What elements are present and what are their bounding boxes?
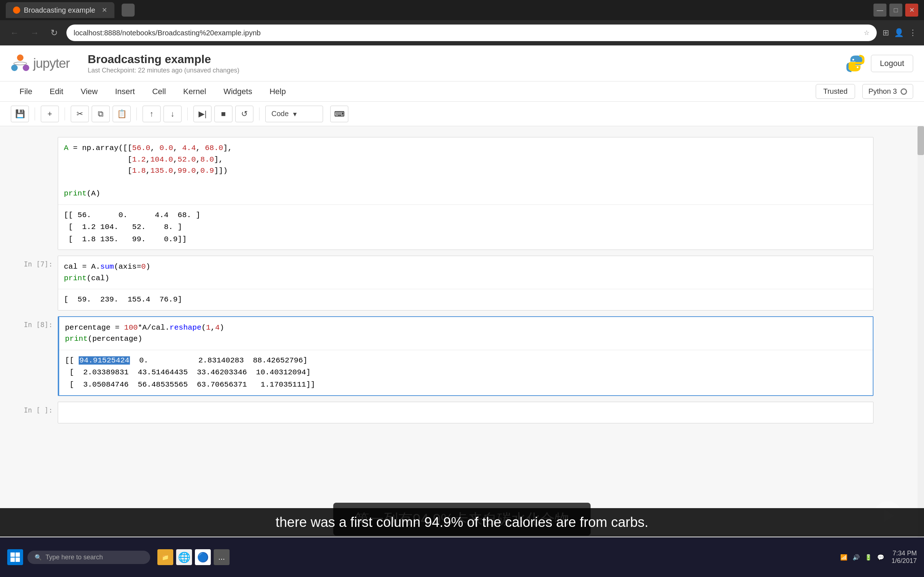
cell-type-chevron: ▾ — [293, 110, 297, 118]
svg-rect-6 — [10, 558, 15, 562]
kernel-status-icon — [901, 89, 907, 95]
cell-type-label: Code — [271, 110, 289, 118]
cell-array: A = np.array([[56.0, 0.0, 4.4, 68.0], [1… — [0, 137, 902, 251]
svg-rect-4 — [10, 553, 15, 557]
cell-7: In [7]: cal = A.sum(axis=0) print(cal) [… — [0, 256, 902, 311]
taskbar-app-chrome[interactable]: 🌐 — [176, 549, 192, 565]
logout-button[interactable]: Logout — [871, 55, 913, 72]
browser-tab-active[interactable]: Broadcasting example ✕ — [6, 2, 115, 18]
move-up-button[interactable]: ↑ — [142, 106, 161, 122]
taskbar-clock: 7:34 PM 1/6/2017 — [892, 550, 917, 565]
menu-widgets[interactable]: Widgets — [215, 82, 261, 102]
taskbar: 🔍 Type here to search 📁 🌐 🔵 ... 📶 🔊 🔋 💬 … — [0, 537, 924, 577]
separator-3 — [136, 108, 137, 121]
menu-insert[interactable]: Insert — [107, 82, 144, 102]
profile-icon: 👤 — [894, 28, 904, 37]
restart-button[interactable]: ↺ — [235, 106, 254, 122]
minimize-button[interactable]: — — [874, 3, 887, 16]
cell-8-content: percentage = 100*A/cal.reshape(1,4) prin… — [58, 316, 874, 397]
cut-button[interactable]: ✂ — [71, 106, 89, 122]
tab-title: Broadcasting example — [24, 6, 95, 15]
stop-button[interactable]: ■ — [215, 106, 233, 122]
svg-point-2 — [23, 64, 29, 71]
keyboard-shortcut-button[interactable]: ⌨ — [330, 106, 348, 122]
menu-cell[interactable]: Cell — [144, 82, 175, 102]
extensions-icon: ⊞ — [882, 28, 889, 37]
scrollbar-thumb[interactable] — [918, 126, 924, 155]
tab-close-button[interactable]: ✕ — [102, 6, 107, 14]
browser-chrome: Broadcasting example ✕ — □ ✕ ← → ↻ local… — [0, 0, 924, 45]
svg-point-3 — [14, 62, 27, 65]
taskbar-app-jupyter[interactable]: 🔵 — [195, 549, 211, 565]
move-down-button[interactable]: ↓ — [163, 106, 181, 122]
cell-8-code[interactable]: percentage = 100*A/cal.reshape(1,4) prin… — [58, 316, 874, 396]
paste-button[interactable]: 📋 — [113, 106, 131, 122]
taskbar-app-explorer[interactable]: 📁 — [157, 549, 173, 565]
taskbar-date-text: 1/6/2017 — [892, 557, 917, 565]
cell-array-code[interactable]: A = np.array([[56.0, 0.0, 4.4, 68.0], [1… — [58, 137, 874, 250]
menu-view[interactable]: View — [72, 82, 106, 102]
system-tray-icons: 📶 🔊 🔋 💬 — [840, 554, 884, 561]
save-button[interactable]: 💾 — [11, 106, 29, 122]
browser-tab-new[interactable] — [122, 3, 135, 16]
menu-help[interactable]: Help — [261, 82, 294, 102]
cell-array-margin — [0, 137, 58, 251]
menu-file[interactable]: File — [11, 82, 41, 102]
cell-7-output: [ 59. 239. 155.4 76.9] — [58, 289, 873, 310]
address-bar[interactable]: localhost:8888/notebooks/Broadcasting%20… — [66, 24, 877, 41]
taskbar-search-box[interactable]: 🔍 Type here to search — [27, 551, 150, 564]
python-logo-icon — [846, 54, 865, 73]
trusted-button[interactable]: Trusted — [816, 84, 855, 99]
close-button[interactable]: ✕ — [905, 3, 918, 16]
cell-array-content: A = np.array([[56.0, 0.0, 4.4, 68.0], [1… — [58, 137, 874, 251]
svg-rect-7 — [16, 558, 20, 562]
cell-7-margin: In [7]: — [0, 256, 58, 311]
browser-right-icons: ⊞ 👤 ⋮ — [882, 28, 917, 37]
back-button[interactable]: ← — [7, 26, 22, 39]
cell-array-input: A = np.array([[56.0, 0.0, 4.4, 68.0], [1… — [58, 137, 873, 205]
forward-button[interactable]: → — [27, 26, 42, 39]
separator-2 — [65, 108, 65, 121]
url-text: localhost:8888/notebooks/Broadcasting%20… — [74, 29, 860, 37]
cell-empty-prompt: In [ ]: — [24, 406, 53, 414]
kernel-indicator: Python 3 — [862, 84, 913, 99]
menu-edit[interactable]: Edit — [41, 82, 72, 102]
cell-type-select[interactable]: Code ▾ — [265, 106, 323, 122]
notebook-checkpoint: Last Checkpoint: 22 minutes ago (unsaved… — [88, 67, 239, 74]
start-button[interactable] — [7, 549, 23, 565]
windows-icon — [10, 552, 20, 562]
cell-array-output: [[ 56. 0. 4.4 68. ] [ 1.2 104. 52. 8. ] … — [58, 205, 873, 250]
search-icon: 🔍 — [35, 554, 42, 561]
svg-point-1 — [11, 64, 18, 71]
notebook-title[interactable]: Broadcasting example — [88, 53, 239, 66]
add-cell-button[interactable]: + — [41, 106, 59, 122]
cell-8-output: [[ 94.91525424 0. 2.83140283 88.42652796… — [59, 350, 873, 395]
cell-7-content: cal = A.sum(axis=0) print(cal) [ 59. 239… — [58, 256, 874, 311]
menu-bar: File Edit View Insert Cell Kernel Widget… — [0, 82, 924, 102]
cell-7-prompt: In [7]: — [24, 260, 53, 268]
separator-1 — [35, 108, 35, 121]
window-controls: — □ ✕ — [874, 3, 918, 16]
svg-rect-5 — [16, 553, 20, 557]
taskbar-app-more[interactable]: ... — [214, 549, 229, 565]
tab-favicon — [13, 6, 20, 14]
cell-7-code[interactable]: cal = A.sum(axis=0) print(cal) [ 59. 239… — [58, 256, 874, 311]
jupyter-logo-icon — [11, 54, 30, 73]
browser-addressbar: ← → ↻ localhost:8888/notebooks/Broadcast… — [0, 20, 924, 45]
menu-kernel[interactable]: Kernel — [175, 82, 215, 102]
cell-empty-code[interactable] — [58, 402, 874, 423]
battery-icon: 🔋 — [865, 554, 872, 561]
taskbar-search-text: Type here to search — [45, 554, 103, 561]
copy-button[interactable]: ⧉ — [92, 106, 110, 122]
cell-empty-content — [58, 402, 874, 423]
notebook-title-area: Broadcasting example Last Checkpoint: 22… — [88, 53, 239, 74]
header-right: Logout — [846, 54, 913, 73]
toolbar: 💾 + ✂ ⧉ 📋 ↑ ↓ ▶| ■ ↺ Code ▾ ⌨ — [0, 102, 924, 126]
network-icon: 📶 — [840, 554, 848, 561]
run-button[interactable]: ▶| — [194, 106, 212, 122]
maximize-button[interactable]: □ — [889, 3, 902, 16]
star-icon: ☆ — [864, 29, 869, 37]
reload-button[interactable]: ↻ — [48, 26, 61, 39]
menu-dots-icon: ⋮ — [909, 28, 917, 37]
separator-4 — [187, 108, 188, 121]
